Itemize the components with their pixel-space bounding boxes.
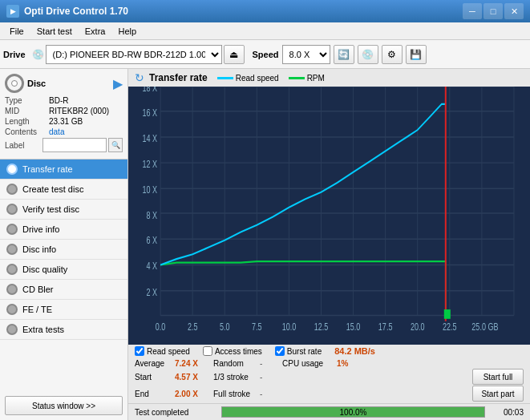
checkbox-read-speed-input[interactable]	[135, 346, 144, 356]
svg-text:12.5: 12.5	[314, 321, 329, 333]
drive-select[interactable]: (D:) PIONEER BD-RW BDR-212D 1.00	[46, 45, 222, 64]
chart-svg-container: 18 X 16 X 14 X 12 X 10 X 8 X 6 X 4 X 2 X…	[128, 87, 530, 345]
nav-disc-info[interactable]: Disc info	[0, 240, 127, 260]
svg-text:18 X: 18 X	[143, 87, 158, 93]
svg-rect-0	[128, 87, 530, 345]
nav-disc-quality[interactable]: Disc quality	[0, 260, 127, 280]
svg-text:8 X: 8 X	[147, 210, 158, 221]
nav-verify-test-disc[interactable]: Verify test disc	[0, 200, 127, 220]
label-input[interactable]	[42, 138, 107, 152]
stats-row-3: End 2.00 X Full stroke - Start part	[135, 386, 524, 402]
svg-text:10.0: 10.0	[282, 321, 297, 333]
nav-dot-extra	[6, 324, 18, 335]
checkbox-read-speed[interactable]: Read speed	[135, 346, 190, 356]
svg-text:4 X: 4 X	[147, 260, 158, 272]
legend-color-read	[217, 77, 233, 79]
average-val: 7.24 X	[175, 359, 207, 368]
nav-label-create: Create test disc	[22, 184, 83, 194]
menu-extra[interactable]: Extra	[79, 25, 112, 38]
contents-val[interactable]: data	[49, 127, 64, 136]
progress-pct: 100.0%	[340, 407, 367, 418]
nav-drive-info[interactable]: Drive info	[0, 220, 127, 240]
random-key: Random	[213, 359, 253, 368]
checkbox-burst-rate[interactable]: Burst rate	[275, 346, 322, 356]
minimize-button[interactable]: ─	[463, 3, 482, 19]
checkbox-burst-rate-input[interactable]	[275, 346, 285, 356]
legend-read-speed: Read speed	[217, 74, 279, 83]
speed-select[interactable]: 8.0 X	[282, 45, 330, 64]
type-key: Type	[5, 96, 49, 105]
svg-text:20.0: 20.0	[411, 321, 425, 333]
menu-start-test[interactable]: Start test	[30, 25, 79, 38]
chart-legend: Read speed RPM	[217, 74, 325, 83]
start-full-button[interactable]: Start full	[472, 369, 524, 385]
label-search-button[interactable]: 🔍	[108, 138, 123, 152]
legend-color-rpm	[289, 77, 305, 79]
refresh-button[interactable]: 🔄	[334, 45, 354, 64]
nav-label-fe-te: FE / TE	[22, 305, 52, 314]
app-icon: ▶	[6, 5, 19, 18]
disc-button[interactable]: 💿	[358, 45, 378, 64]
chart-icon: ↻	[135, 71, 144, 84]
speed-label: Speed	[253, 50, 279, 59]
svg-text:5.0: 5.0	[220, 321, 230, 333]
end-val: 2.00 X	[175, 390, 207, 398]
legend-label-read: Read speed	[236, 74, 279, 83]
average-key: Average	[135, 359, 168, 368]
checkbox-access-times[interactable]: Access times	[203, 346, 262, 356]
full-stroke-key: Full stroke	[213, 390, 253, 398]
svg-rect-44	[444, 309, 451, 319]
nav-label-disc-quality: Disc quality	[22, 265, 67, 274]
menu-help[interactable]: Help	[111, 25, 143, 38]
checkbox-access-times-input[interactable]	[203, 346, 212, 356]
nav-create-test-disc[interactable]: Create test disc	[0, 180, 127, 200]
nav-section: Transfer rate Create test disc Verify te…	[0, 160, 127, 391]
legend-rpm: RPM	[289, 74, 325, 83]
stroke13-key: 1/3 stroke	[213, 373, 253, 382]
svg-text:14 X: 14 X	[143, 132, 158, 143]
svg-text:25.0 GB: 25.0 GB	[471, 321, 498, 333]
status-window-button[interactable]: Status window >>	[5, 396, 123, 415]
svg-text:15.0: 15.0	[346, 321, 361, 333]
eject-button[interactable]: ⏏	[224, 45, 245, 64]
settings-button[interactable]: ⚙	[382, 45, 403, 64]
svg-text:17.5: 17.5	[378, 321, 393, 333]
disc-section: Disc ▶ Type BD-R MID RITEKBR2 (000) Leng…	[0, 69, 127, 160]
save-button[interactable]: 💾	[406, 45, 427, 64]
nav-dot-drive-info	[6, 224, 18, 235]
nav-dot-cd-bler	[6, 284, 18, 295]
drive-icon: 💿	[32, 49, 44, 60]
nav-label-verify: Verify test disc	[22, 204, 79, 214]
stats-section: Average 7.24 X Random - CPU usage 1% Sta…	[128, 357, 530, 403]
sidebar: Disc ▶ Type BD-R MID RITEKBR2 (000) Leng…	[0, 69, 128, 420]
disc-nav-icon: ▶	[113, 76, 123, 91]
right-panel: ↻ Transfer rate Read speed RPM	[128, 69, 530, 420]
nav-label-cd-bler: CD Bler	[22, 285, 54, 294]
nav-dot-transfer-rate	[6, 164, 18, 175]
app-title: Opti Drive Control 1.70	[24, 6, 128, 17]
cpu-key: CPU usage	[282, 359, 330, 368]
nav-extra-tests[interactable]: Extra tests	[0, 320, 127, 340]
close-button[interactable]: ✕	[504, 3, 524, 19]
contents-key: Contents	[5, 127, 49, 136]
nav-label-disc-info: Disc info	[22, 244, 56, 254]
nav-dot-create	[6, 184, 18, 195]
nav-dot-disc-quality	[6, 264, 18, 275]
nav-cd-bler[interactable]: CD Bler	[0, 280, 127, 300]
legend-label-rpm: RPM	[307, 74, 325, 83]
svg-text:7.5: 7.5	[252, 321, 262, 333]
maximize-button[interactable]: □	[483, 3, 503, 19]
checkbox-read-speed-label: Read speed	[147, 347, 190, 356]
svg-text:10 X: 10 X	[143, 184, 158, 196]
nav-fe-te[interactable]: FE / TE	[0, 300, 127, 320]
checkbox-burst-rate-label: Burst rate	[287, 347, 322, 356]
start-val: 4.57 X	[175, 373, 207, 382]
start-part-button[interactable]: Start part	[472, 386, 524, 402]
svg-text:0.0: 0.0	[156, 321, 166, 333]
disc-icon	[5, 74, 24, 93]
chart-svg: 18 X 16 X 14 X 12 X 10 X 8 X 6 X 4 X 2 X…	[128, 87, 530, 345]
nav-transfer-rate[interactable]: Transfer rate	[0, 160, 127, 180]
menu-file[interactable]: File	[3, 25, 30, 38]
checkbox-access-times-label: Access times	[215, 347, 262, 356]
svg-text:16 X: 16 X	[143, 107, 158, 118]
